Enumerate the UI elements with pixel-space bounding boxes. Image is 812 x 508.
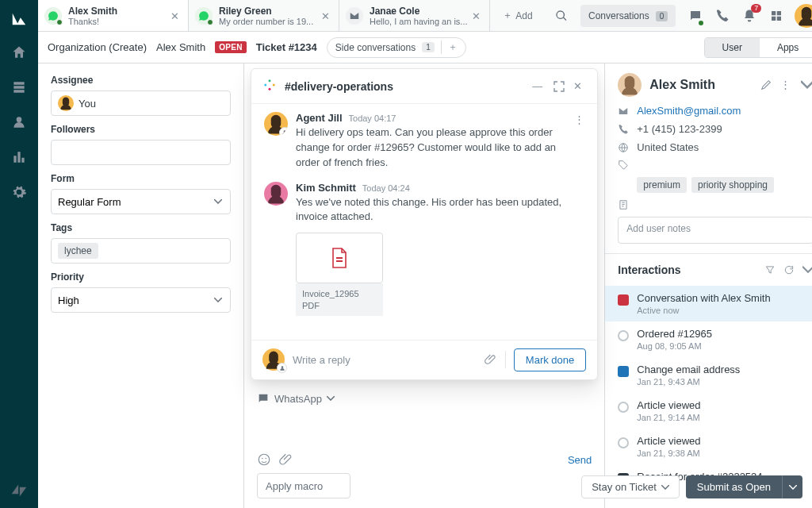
message: Kim SchmittToday 04:24 Yes we've noted t… — [264, 182, 584, 316]
stay-on-ticket-button[interactable]: Stay on Ticket — [581, 475, 680, 498]
user-panel: Alex Smith ⋮ AlexSmith@gmail.com +1 (415… — [604, 64, 812, 508]
message-text: Hi delivery ops team. Can you please app… — [296, 125, 569, 171]
attach-icon[interactable] — [485, 353, 497, 366]
attachment[interactable]: Invoice_12965PDF — [296, 233, 383, 316]
send-button[interactable]: Send — [568, 454, 592, 466]
form-select[interactable]: Regular Form — [51, 189, 231, 214]
svg-rect-7 — [336, 257, 343, 259]
composer: Send — [257, 452, 592, 467]
emoji-icon[interactable] — [257, 452, 271, 467]
file-icon — [296, 233, 383, 283]
tab-janae-cole[interactable]: Janae ColeHello, I am having an is... ✕ — [339, 0, 490, 31]
followers-field[interactable] — [51, 140, 231, 165]
conversations-button[interactable]: Conversations0 — [580, 5, 676, 27]
add-tab-button[interactable]: ＋Add — [490, 0, 546, 31]
tags-label: Tags — [51, 222, 231, 233]
chevron-down-icon[interactable] — [801, 79, 812, 91]
assignee-label: Assignee — [51, 75, 231, 86]
notifications-icon[interactable]: 7 — [737, 4, 761, 28]
close-icon[interactable]: ✕ — [573, 80, 586, 93]
nav-reports-icon[interactable] — [0, 140, 38, 175]
expand-icon[interactable] — [553, 80, 565, 93]
tags-field[interactable]: lychee — [51, 238, 231, 264]
avatar — [264, 182, 288, 206]
submit-button[interactable]: Submit as Open — [686, 475, 782, 498]
breadcrumb[interactable]: Organization (Create) — [48, 41, 147, 53]
assignee-field[interactable]: You — [51, 90, 231, 116]
top-tab-bar: Alex SmithThanks! ✕ Riley GreenMy order … — [38, 0, 812, 32]
tab-subtitle: My order number is 19... — [219, 17, 321, 26]
nav-home-icon[interactable] — [0, 35, 38, 70]
attachment-type: PDF — [302, 300, 377, 311]
interaction-item[interactable]: Change email addressJan 21, 9:43 AM — [618, 357, 812, 393]
apps-icon[interactable] — [764, 4, 788, 28]
message-text: Yes we've noted this change. His order h… — [296, 195, 569, 225]
slack-icon — [262, 78, 277, 94]
priority-select[interactable]: High — [51, 287, 231, 313]
channel-selector[interactable]: WhatsApp — [257, 392, 335, 405]
message: Agent JillToday 04:17 Hi delivery ops te… — [264, 112, 584, 171]
call-icon[interactable] — [710, 4, 734, 28]
interaction-item[interactable]: Article viewedJan 21, 9:14 AM — [618, 393, 812, 429]
user-menu-icon[interactable]: ⋮ — [780, 79, 793, 91]
toggle-apps[interactable]: Apps — [760, 38, 812, 57]
user-apps-toggle: User Apps — [704, 37, 812, 58]
breadcrumb-bar: Organization (Create) Alex Smith OPEN Ti… — [38, 32, 812, 64]
side-conversation-card: #delivery-operations — ✕ Agent JillToday… — [251, 68, 598, 380]
breadcrumb[interactable]: Alex Smith — [156, 41, 205, 53]
filter-icon[interactable] — [764, 264, 776, 275]
status-badge: OPEN — [215, 41, 247, 53]
interaction-item[interactable]: Article viewedJan 21, 9:38 AM — [618, 429, 812, 464]
edit-icon[interactable] — [760, 79, 772, 91]
svg-rect-4 — [269, 79, 271, 82]
current-user-avatar[interactable] — [795, 4, 812, 28]
nav-customers-icon[interactable] — [0, 105, 38, 140]
user-notes-input[interactable]: Add user notes — [618, 217, 812, 244]
interaction-item[interactable]: Conversation with Alex SmithActive now — [605, 286, 812, 321]
toggle-user[interactable]: User — [705, 38, 760, 57]
svg-point-1 — [262, 458, 263, 460]
user-notes-icon — [618, 199, 812, 210]
interaction-item[interactable]: Ordered #12965Aug 08, 9:05 AM — [618, 321, 812, 357]
minimize-icon[interactable]: — — [532, 80, 545, 93]
close-icon[interactable]: ✕ — [321, 10, 332, 21]
zendesk-brand-icon — [0, 473, 38, 508]
mark-done-button[interactable]: Mark done — [514, 348, 586, 371]
user-tags-row — [618, 160, 812, 171]
svg-point-2 — [266, 458, 267, 460]
user-avatar — [618, 73, 642, 97]
search-icon[interactable] — [546, 0, 577, 31]
tab-alex-smith[interactable]: Alex SmithThanks! ✕ — [38, 0, 189, 31]
apply-macro-select[interactable]: Apply macro — [257, 473, 350, 498]
tab-title: Riley Green — [219, 6, 321, 17]
close-icon[interactable]: ✕ — [472, 10, 483, 21]
nav-views-icon[interactable] — [0, 70, 38, 105]
nav-admin-icon[interactable] — [0, 175, 38, 210]
user-name: Alex Smith — [649, 78, 752, 92]
user-tag: premium — [637, 177, 687, 193]
priority-label: Priority — [51, 271, 231, 283]
submit-dropdown-button[interactable] — [782, 475, 802, 498]
svg-rect-8 — [336, 260, 343, 262]
user-email[interactable]: AlexSmith@gmail.com — [618, 105, 812, 117]
svg-rect-6 — [269, 88, 271, 90]
add-side-conv-icon: ＋ — [441, 40, 458, 54]
footer-actions: Stay on Ticket Submit as Open — [581, 475, 802, 498]
user-tag: priority shopping — [691, 177, 774, 193]
close-icon[interactable]: ✕ — [170, 10, 182, 21]
refresh-icon[interactable] — [783, 264, 795, 275]
email-icon — [346, 7, 363, 25]
left-rail — [0, 0, 38, 508]
reply-input[interactable]: Write a reply — [293, 354, 477, 366]
svg-rect-5 — [273, 84, 275, 87]
chevron-down-icon[interactable] — [802, 264, 812, 275]
conversations-count: 0 — [656, 11, 668, 21]
notifications-badge: 7 — [751, 4, 761, 13]
message-menu-icon[interactable]: ⋮ — [574, 114, 584, 125]
attach-icon[interactable] — [279, 452, 293, 467]
side-conversations-pill[interactable]: Side conversations1＋ — [327, 37, 466, 58]
svg-point-0 — [259, 454, 270, 465]
followers-label: Followers — [51, 124, 231, 135]
tab-riley-green[interactable]: Riley GreenMy order number is 19... ✕ — [189, 0, 339, 31]
chat-icon[interactable] — [684, 4, 707, 28]
